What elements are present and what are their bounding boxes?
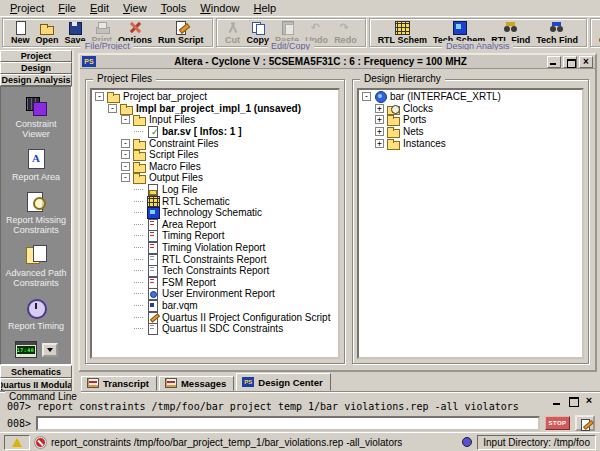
tree-item-label: Clocks (403, 103, 433, 114)
design-analysis-palette: Constraint ViewerReport AreaReport Missi… (0, 86, 72, 365)
sidebar-button-quartus-ii-modular[interactable]: Quartus II Modular (0, 378, 72, 391)
expander-plus-icon[interactable]: + (375, 104, 384, 113)
palette-item-advanced-path-constraints[interactable]: Advanced Path Constraints (1, 245, 71, 288)
menu-help[interactable]: Help (246, 1, 283, 16)
tree-item-timing-violation-report[interactable]: Timing Violation Report (92, 242, 338, 254)
tree-item-rtl-schematic[interactable]: RTL Schematic (92, 195, 338, 207)
expander-minus-icon[interactable]: - (108, 104, 117, 113)
report-missing-icon (24, 192, 48, 212)
expander-minus-icon[interactable]: - (95, 92, 104, 101)
rtl-schem-icon (146, 196, 159, 207)
tree-item-rtl-constraints-report[interactable]: RTL Constraints Report (92, 253, 338, 265)
tree-item-bar-sv-infos-1[interactable]: bar.sv [ Infos: 1 ] (92, 126, 338, 138)
constraints-button[interactable]: Constraints (596, 20, 600, 46)
sidebar-button-schematics[interactable]: Schematics (0, 365, 72, 378)
command-line-minimize-button[interactable] (551, 396, 563, 406)
tree-item-impl-bar-project-impl-1-unsaved[interactable]: -Impl bar_project_impl_1 (unsaved) (92, 103, 338, 115)
tree-item-instances[interactable]: +Instances (359, 137, 582, 149)
tree-item-label: Technology Schematic (162, 207, 262, 218)
edit-script-button[interactable] (575, 415, 595, 431)
command-line-close-button[interactable] (583, 396, 595, 406)
stop-button[interactable]: STOP (545, 416, 570, 430)
expander-plus-icon[interactable]: + (375, 115, 384, 124)
sidebar-tab-design[interactable]: Design (0, 62, 72, 74)
tree-item-technology-schematic[interactable]: Technology Schematic (92, 207, 338, 219)
new-icon (12, 21, 28, 34)
tree-item-label: Quartus II SDC Constraints (162, 323, 283, 334)
palette-item-report-missing-constraints[interactable]: Report Missing Constraints (1, 192, 71, 235)
palette-item-constraint-viewer[interactable]: Constraint Viewer (1, 96, 71, 139)
tree-item-bar-interface-xrtl[interactable]: -bar (INTERFACE_XRTL) (359, 91, 582, 103)
tree-item-input-files[interactable]: -Input Files (92, 114, 338, 126)
tree-item-tech-constraints-report[interactable]: Tech Constraints Report (92, 265, 338, 277)
restore-button[interactable] (563, 56, 577, 68)
menu-tools[interactable]: Tools (154, 1, 194, 16)
expander-minus-icon[interactable]: - (121, 150, 130, 159)
save-icon (67, 21, 83, 34)
tab-design-center[interactable]: Design Center (236, 373, 330, 391)
tab-messages[interactable]: Messages (159, 376, 234, 391)
timing-clock-icon[interactable]: 17:40 (15, 341, 37, 358)
tree-item-quartus-ii-project-configuration-script[interactable]: Quartus II Project Configuration Script (92, 311, 338, 323)
expander-minus-icon[interactable]: - (362, 92, 371, 101)
tree-item-fsm-report[interactable]: FSM Report (92, 277, 338, 289)
command-input[interactable] (36, 416, 540, 431)
palette-item-report-timing[interactable]: Report Timing (1, 298, 71, 331)
expander-minus-icon[interactable]: - (121, 173, 130, 182)
precision-ps-icon (82, 56, 96, 67)
run-script-button[interactable]: Run Script (155, 20, 207, 46)
command-line-restore-button[interactable] (567, 396, 579, 406)
tree-item-nets[interactable]: +Nets (359, 126, 582, 138)
sidebar-tab-project[interactable]: Project (0, 50, 72, 62)
timing-dropdown-button[interactable] (42, 343, 58, 357)
tab-transcript[interactable]: Transcript (81, 376, 157, 391)
tree-item-log-file[interactable]: Log File (92, 184, 338, 196)
expander-minus-icon[interactable]: - (121, 162, 130, 171)
tree-item-area-report[interactable]: Area Report (92, 219, 338, 231)
menu-edit[interactable]: Edit (83, 1, 116, 16)
tree-connector (134, 259, 143, 260)
tech-find-button[interactable]: Tech Find (533, 20, 581, 46)
tree-item-label: Input Files (149, 114, 195, 125)
menu-project[interactable]: Project (3, 1, 51, 16)
menu-file[interactable]: File (51, 1, 83, 16)
open-button[interactable]: Open (33, 20, 62, 46)
new-button[interactable]: New (8, 20, 33, 46)
undo-icon (309, 21, 325, 34)
constraint-viewer-icon (24, 96, 48, 116)
expander-minus-icon[interactable]: - (121, 139, 130, 148)
rtl-schem-button[interactable]: RTL Schem (375, 20, 430, 46)
palette-item-report-area[interactable]: Report Area (1, 149, 71, 182)
menu-view[interactable]: View (116, 1, 154, 16)
tree-connector (134, 317, 143, 318)
design-hierarchy-tree[interactable]: -bar (INTERFACE_XRTL)+Clocks+Ports+Nets+… (357, 88, 584, 359)
expander-plus-icon[interactable]: + (375, 139, 384, 148)
warning-icon (12, 438, 22, 447)
tree-item-project-bar-project[interactable]: -Project bar_project (92, 91, 338, 103)
design-hierarchy-title: Design Hierarchy (360, 73, 445, 84)
menu-window[interactable]: Window (193, 1, 246, 16)
tree-item-quartus-ii-sdc-constraints[interactable]: Quartus II SDC Constraints (92, 323, 338, 335)
sidebar-tab-design-analysis[interactable]: Design Analysis (0, 74, 72, 86)
tree-item-macro-files[interactable]: -Macro Files (92, 161, 338, 173)
minimize-button[interactable] (547, 56, 561, 68)
expander-minus-icon[interactable]: - (121, 115, 130, 124)
close-button[interactable] (579, 56, 593, 68)
expander-plus-icon[interactable]: + (375, 127, 384, 136)
status-indicator-icon (462, 437, 472, 447)
tree-item-constraint-files[interactable]: -Constraint Files (92, 137, 338, 149)
report-area-icon (24, 149, 48, 169)
folder-icon (133, 172, 146, 183)
clocks-icon (387, 103, 400, 114)
tree-item-output-files[interactable]: -Output Files (92, 172, 338, 184)
cut-icon (225, 21, 241, 34)
tree-item-timing-report[interactable]: Timing Report (92, 230, 338, 242)
tree-item-bar-vqm[interactable]: bar.vqm (92, 300, 338, 312)
project-files-tree[interactable]: -Project bar_project-Impl bar_project_im… (90, 88, 340, 359)
tree-item-script-files[interactable]: -Script Files (92, 149, 338, 161)
tree-item-clocks[interactable]: +Clocks (359, 103, 582, 115)
tree-item-user-environment-report[interactable]: User Environment Report (92, 288, 338, 300)
tree-item-ports[interactable]: +Ports (359, 114, 582, 126)
document-window-titlebar[interactable]: Altera - Cyclone V : 5CSEMA5F31C : 6 : F… (80, 55, 595, 69)
error-icon (35, 437, 46, 448)
